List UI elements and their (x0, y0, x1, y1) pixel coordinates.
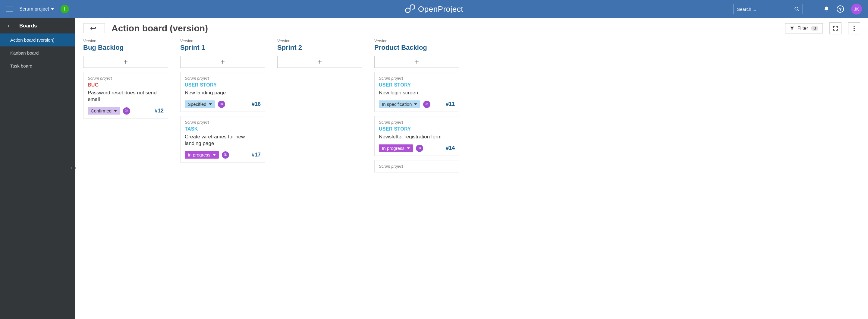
assignee-avatar[interactable]: JK (123, 107, 130, 115)
add-card-button[interactable]: + (277, 56, 362, 68)
plus-icon: + (318, 58, 322, 66)
column-category-label: Version (180, 38, 265, 43)
card-project: Scrum project (185, 76, 261, 81)
sidebar-item-label: Action board (version) (10, 37, 55, 42)
main-content: Action board (version) Filter 0 (75, 18, 868, 319)
status-label: In specification (382, 102, 412, 107)
back-button[interactable] (83, 24, 105, 33)
board-column: VersionSprint 1+Scrum projectUSER STORYN… (180, 38, 265, 313)
status-selector[interactable]: In progress (185, 151, 219, 158)
filter-button[interactable]: Filter 0 (785, 23, 823, 33)
assignee-avatar[interactable]: JK (416, 145, 423, 152)
status-label: Specified (188, 102, 207, 107)
user-avatar[interactable]: JK (851, 4, 862, 14)
add-card-button[interactable]: + (180, 56, 265, 68)
filter-label: Filter (798, 26, 808, 31)
column-title[interactable]: Sprint 2 (277, 44, 362, 52)
card-type: USER STORY (379, 126, 455, 132)
card-title: Password reset does not send email (88, 90, 164, 103)
board-column: VersionBug Backlog+Scrum projectBUGPassw… (83, 38, 168, 313)
sidebar-header: ← Boards (0, 18, 75, 33)
svg-point-1 (795, 7, 798, 10)
global-search[interactable] (734, 4, 803, 14)
work-package-card[interactable]: Scrum projectBUGPassword reset does not … (83, 72, 168, 118)
card-project: Scrum project (379, 76, 455, 81)
card-title: New login screen (379, 90, 455, 96)
plus-icon: + (221, 58, 225, 66)
global-add-button[interactable]: + (61, 5, 69, 13)
status-selector[interactable]: In specification (379, 100, 420, 108)
card-id[interactable]: #16 (252, 101, 261, 107)
card-type: TASK (185, 126, 261, 132)
sidebar-item-label: Kanban board (10, 50, 38, 56)
card-footer: In progressJK#17 (185, 151, 261, 158)
chevron-down-icon (407, 147, 410, 149)
board-column: VersionProduct Backlog+Scrum projectUSER… (374, 38, 459, 313)
notifications-bell-icon[interactable] (824, 6, 830, 12)
project-name: Scrum project (19, 6, 49, 12)
column-title[interactable]: Product Backlog (374, 44, 459, 52)
card-project: Scrum project (185, 120, 261, 124)
work-package-card[interactable]: Scrum projectUSER STORYNew landing pageS… (180, 72, 265, 112)
assignee-avatar[interactable]: JK (423, 101, 430, 108)
status-label: In progress (188, 152, 210, 157)
search-icon[interactable] (794, 6, 800, 12)
card-title: Newsletter registration form (379, 134, 455, 140)
filter-count: 0 (811, 26, 818, 31)
card-type: USER STORY (185, 82, 261, 88)
status-label: In progress (382, 146, 404, 151)
column-category-label: Version (374, 38, 459, 43)
card-id[interactable]: #11 (446, 101, 455, 107)
modules-grid-icon[interactable] (810, 6, 816, 12)
page-title: Action board (version) (112, 23, 208, 33)
add-card-button[interactable]: + (83, 56, 168, 68)
card-footer: ConfirmedJK#12 (88, 107, 164, 115)
plus-icon: + (63, 5, 67, 13)
sidebar-item[interactable]: Task board (0, 59, 75, 72)
card-footer: In specificationJK#11 (379, 100, 455, 108)
fullscreen-button[interactable] (830, 22, 841, 34)
column-title[interactable]: Sprint 1 (180, 44, 265, 52)
card-type: BUG (88, 82, 164, 88)
sidebar-back-icon[interactable]: ← (7, 22, 13, 29)
work-package-card[interactable]: Scrum projectTASKCreate wireframes for n… (180, 116, 265, 163)
sidebar-resize-handle[interactable]: ⋮⋮ (70, 166, 77, 171)
card-id[interactable]: #17 (252, 152, 261, 158)
work-package-card[interactable]: Scrum project (374, 160, 459, 172)
menu-toggle-icon[interactable] (6, 7, 13, 11)
card-project: Scrum project (379, 164, 455, 169)
top-header: Scrum project + OpenProject (0, 0, 868, 18)
add-card-button[interactable]: + (374, 56, 459, 68)
chevron-down-icon (114, 110, 117, 112)
sidebar-item-label: Task board (10, 63, 32, 68)
chevron-down-icon (213, 154, 216, 156)
status-selector[interactable]: Confirmed (88, 107, 120, 115)
status-selector[interactable]: Specified (185, 100, 215, 108)
board-container[interactable]: VersionBug Backlog+Scrum projectBUGPassw… (75, 38, 868, 319)
plus-icon: + (415, 58, 419, 66)
search-input[interactable] (737, 7, 794, 12)
board-column: VersionSprint 2+ (277, 38, 362, 313)
chevron-down-icon (209, 104, 212, 105)
app-logo[interactable]: OpenProject (405, 4, 463, 14)
more-vertical-icon (854, 26, 855, 31)
status-label: Confirmed (91, 108, 112, 113)
assignee-avatar[interactable]: JK (218, 101, 225, 108)
sidebar-item[interactable]: Action board (version) (0, 33, 75, 47)
card-id[interactable]: #12 (155, 108, 164, 114)
more-actions-button[interactable] (848, 22, 860, 34)
logo-text: OpenProject (418, 4, 463, 14)
card-id[interactable]: #14 (446, 145, 455, 151)
sidebar-section-title: Boards (19, 23, 37, 29)
chevron-down-icon (51, 8, 54, 10)
help-icon[interactable]: ? (837, 5, 844, 13)
work-package-card[interactable]: Scrum projectUSER STORYNewsletter regist… (374, 116, 459, 156)
assignee-avatar[interactable]: JK (222, 151, 229, 158)
project-selector[interactable]: Scrum project (19, 6, 54, 12)
column-title[interactable]: Bug Backlog (83, 44, 168, 52)
expand-icon (833, 26, 838, 31)
svg-point-0 (406, 8, 410, 13)
status-selector[interactable]: In progress (379, 144, 413, 152)
sidebar-item[interactable]: Kanban board (0, 47, 75, 59)
work-package-card[interactable]: Scrum projectUSER STORYNew login screenI… (374, 72, 459, 112)
